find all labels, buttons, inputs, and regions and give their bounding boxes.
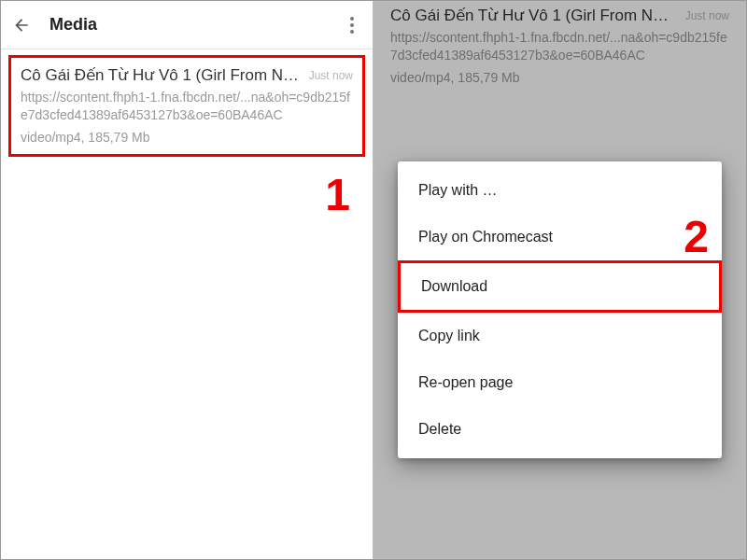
media-item-url: https://scontent.fhph1-1.fna.fbcdn.net/.… [21,89,353,124]
step-number-2: 2 [684,211,709,262]
menu-item-play-with[interactable]: Play with … [398,167,722,214]
context-menu: Play with … Play on Chromecast Download … [398,161,722,458]
right-pane: Cô Gái Đến Từ Hư Vô 1 (Girl From N… Just… [374,1,746,559]
media-item-time: Just now [309,69,353,82]
back-arrow-icon[interactable] [10,14,33,36]
left-pane: Media Cô Gái Đến Từ Hư Vô 1 (Girl From N… [1,1,374,559]
media-item-meta: video/mp4, 185,79 Mb [21,130,353,145]
menu-item-play-chromecast[interactable]: Play on Chromecast [398,214,722,260]
menu-item-reopen-page[interactable]: Re-open page [398,359,722,406]
media-item-title: Cô Gái Đến Từ Hư Vô 1 (Girl From N… [21,65,303,85]
topbar: Media [1,1,373,49]
page-title: Media [49,15,341,35]
menu-item-download[interactable]: Download [398,260,722,313]
media-item[interactable]: Cô Gái Đến Từ Hư Vô 1 (Girl From N… Just… [8,55,365,157]
menu-item-delete[interactable]: Delete [398,406,722,453]
step-number-1: 1 [325,169,350,220]
menu-item-copy-link[interactable]: Copy link [398,313,722,359]
overflow-menu-icon[interactable] [341,14,363,36]
